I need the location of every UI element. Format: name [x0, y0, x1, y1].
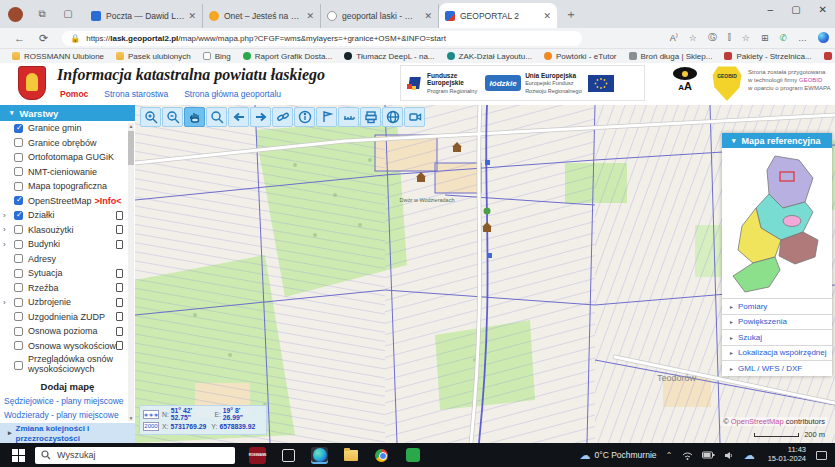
file-explorer-icon[interactable] — [342, 447, 359, 464]
layer-adresy[interactable]: Adresy — [0, 252, 135, 267]
link-sedziejowice[interactable]: Sędziejowice - plany miejscowe — [0, 396, 135, 406]
new-tab-button[interactable]: ＋ — [565, 6, 577, 23]
tab-close-icon[interactable]: ✕ — [424, 11, 432, 21]
legend-doc-icon[interactable] — [116, 298, 123, 307]
link-button[interactable] — [272, 107, 293, 127]
osm-info-link[interactable]: >Info< — [95, 196, 122, 206]
panel-lokalizacja[interactable]: ▸Lokalizacja współrzędnej — [722, 345, 832, 361]
read-aloud-icon[interactable]: A) — [670, 32, 678, 43]
bookmark-folder[interactable]: Pasek ulubionych — [116, 52, 191, 61]
volume-icon[interactable] — [724, 451, 735, 460]
layer-mapa-topograficzna[interactable]: Mapa topograficzna — [0, 179, 135, 194]
notification-center-icon[interactable] — [816, 451, 827, 460]
layer-budynki[interactable]: ›Budynki — [0, 237, 135, 252]
edge-app-icon[interactable] — [311, 447, 328, 464]
checkbox[interactable] — [14, 124, 23, 133]
weather-widget[interactable]: ☁0°C Pochmurnie — [580, 449, 657, 462]
vertical-tabs-icon[interactable]: ▢ — [61, 7, 75, 21]
layer-order-link[interactable]: ▸Zmiana kolejności i przezroczystości — [0, 424, 135, 443]
scroll-up-icon[interactable]: ▲ — [128, 123, 134, 129]
reference-map[interactable] — [722, 148, 832, 298]
checkbox[interactable] — [14, 153, 23, 162]
tab-search-results[interactable]: geoportal laski - Wyszukaj ✕ — [321, 4, 439, 28]
battery-icon[interactable] — [702, 451, 715, 459]
legend-doc-icon[interactable] — [116, 225, 123, 234]
extension-g-icon[interactable]: Ⓖ — [708, 31, 717, 44]
panel-pomiary[interactable]: ▸Pomiary — [722, 298, 832, 314]
checkbox[interactable] — [14, 138, 23, 147]
legend-doc-icon[interactable] — [116, 240, 123, 249]
taskbar-search-input[interactable]: Wyszukaj — [35, 447, 235, 464]
task-view-icon[interactable] — [280, 447, 297, 464]
layer-osnowa-wysokosciowa[interactable]: Osnowa wysokościowa — [0, 339, 135, 354]
layer-zudp[interactable]: Uzgodnienia ZUDP — [0, 310, 135, 325]
layer-granice-obrebow[interactable]: Granice obrębów — [0, 136, 135, 151]
favorite-star-icon[interactable]: ☆ — [689, 33, 697, 43]
refresh-button[interactable]: ⟳ — [39, 32, 48, 45]
expand-icon[interactable]: › — [3, 211, 6, 220]
checkbox[interactable] — [14, 312, 23, 321]
back-button[interactable]: ← — [14, 32, 25, 44]
checkbox[interactable] — [14, 167, 23, 176]
coord-mode-button[interactable]: ∗∗∗ — [143, 410, 159, 419]
zoom-in-button[interactable] — [140, 107, 161, 127]
clock[interactable]: 11:4315-01-2024 — [768, 446, 806, 463]
sidebar-scrollbar[interactable]: ▲ ▼ — [128, 123, 134, 421]
tab-onet[interactable]: Onet – Jesteś na bieżąco ✕ — [203, 4, 321, 28]
nav-geoportal-home[interactable]: Strona główna geoportalu — [184, 89, 281, 99]
camera-button[interactable] — [404, 107, 425, 127]
layer-osnowa-pozioma[interactable]: Osnowa pozioma — [0, 324, 135, 339]
tab-search-icon[interactable]: ⧉ — [35, 7, 49, 21]
globe-button[interactable] — [382, 107, 403, 127]
expand-icon[interactable]: › — [3, 298, 6, 307]
url-field[interactable]: 🔒 https://lask.geoportal2.pl/map/www/map… — [62, 31, 582, 46]
layer-ortofotomapa[interactable]: Ortofotomapa GUGiK — [0, 150, 135, 165]
expand-icon[interactable]: › — [3, 240, 6, 249]
tab-geoportal[interactable]: GEOPORTAL 2 ✕ — [439, 3, 557, 28]
bookmark-folder[interactable]: ROSSMANN Ulubione — [12, 52, 104, 61]
bookmark-item[interactable]: Powtórki - eTutor — [544, 52, 617, 61]
panel-gml-wfs-dxf[interactable]: ▸GML / WFS / DXF — [722, 360, 832, 376]
checkbox[interactable] — [14, 196, 23, 205]
scroll-down-icon[interactable]: ▼ — [128, 415, 134, 421]
rossmann-app-icon[interactable]: ROSSMANN — [249, 447, 266, 464]
checkbox[interactable] — [14, 298, 23, 307]
split-screen-icon[interactable]: ⫿ — [728, 32, 731, 43]
link-wodzierady[interactable]: Wodzierady - plany miejscowe — [0, 410, 135, 420]
layer-nmt[interactable]: NMT-cieniowanie — [0, 165, 135, 180]
layer-uzbrojenie[interactable]: ›Uzbrojenie — [0, 295, 135, 310]
accessibility-controls[interactable]: AA — [668, 67, 702, 93]
collections-icon[interactable]: ⊞ — [761, 33, 769, 43]
maximize-button[interactable]: ▢ — [791, 4, 800, 15]
checkbox[interactable] — [14, 225, 23, 234]
info-button[interactable] — [294, 107, 315, 127]
layer-granice-gmin[interactable]: Granice gmin — [0, 121, 135, 136]
checkbox[interactable] — [14, 361, 23, 370]
checkbox[interactable] — [14, 283, 23, 292]
legend-doc-icon[interactable] — [116, 327, 123, 336]
onedrive-icon[interactable]: ☁ — [744, 449, 759, 462]
checkbox[interactable] — [14, 240, 23, 249]
checkbox[interactable] — [14, 211, 23, 220]
bookmark-item[interactable]: Raport Grafik Dosta... — [243, 52, 332, 61]
panel-szukaj[interactable]: ▸Szukaj — [722, 329, 832, 345]
network-icon[interactable] — [682, 451, 693, 460]
tab-close-icon[interactable]: ✕ — [306, 11, 314, 21]
layer-klasouzytki[interactable]: ›Klasoużytki — [0, 223, 135, 238]
scroll-thumb[interactable] — [128, 131, 134, 165]
panel-powiekszenia[interactable]: ▸Powiększenia — [722, 314, 832, 330]
layer-rzezba[interactable]: Rzeźba — [0, 281, 135, 296]
minimize-button[interactable]: – — [768, 4, 774, 15]
copilot-icon[interactable] — [818, 32, 829, 43]
layer-przegladowka[interactable]: Przeglądówka osnów wysokościowych — [0, 353, 135, 377]
layer-sytuacja[interactable]: Sytuacja — [0, 266, 135, 281]
layers-panel-header[interactable]: ▾Warstwy — [0, 105, 135, 121]
draw-button[interactable] — [316, 107, 337, 127]
legend-doc-icon[interactable] — [116, 312, 123, 321]
expand-icon[interactable]: › — [3, 225, 6, 234]
checkbox[interactable] — [14, 182, 23, 191]
tab-close-icon[interactable]: ✕ — [188, 11, 196, 21]
browser-profile-avatar[interactable] — [8, 7, 23, 22]
tab-poczta[interactable]: Poczta — Dawid Lewandowski – ✕ — [85, 4, 203, 28]
tray-expand-icon[interactable]: ⌃ — [666, 450, 673, 460]
